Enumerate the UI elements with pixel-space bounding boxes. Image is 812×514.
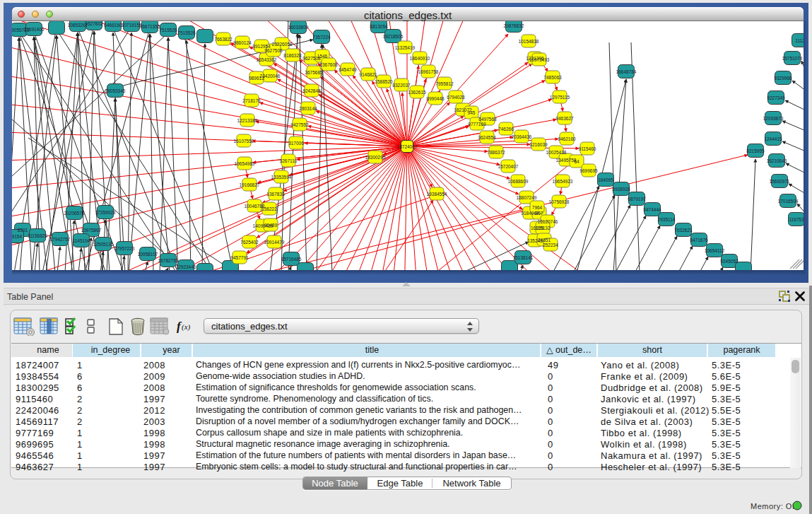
svg-text:16033809: 16033809 [288,25,309,30]
svg-text:12093873: 12093873 [763,116,784,121]
svg-text:9115460: 9115460 [579,146,596,151]
svg-text:8501: 8501 [18,228,28,233]
svg-text:16961758: 16961758 [418,69,439,74]
svg-text:1145194: 1145194 [73,238,90,243]
svg-text:20364436: 20364436 [512,134,532,139]
svg-text:9227349: 9227349 [767,95,785,100]
svg-text:7663822: 7663822 [214,37,233,42]
svg-text:16210643: 16210643 [767,158,787,163]
svg-text:7485063: 7485063 [543,75,562,80]
svg-text:20206576: 20206576 [64,211,85,216]
svg-text:7032621: 7032621 [674,228,693,233]
svg-text:12923446: 12923446 [176,264,196,269]
svg-text:9777169: 9777169 [468,122,486,127]
svg-text:8990448: 8990448 [426,96,445,101]
svg-text:6216039: 6216039 [529,142,548,147]
svg-text:17359928: 17359928 [95,210,116,215]
svg-text:7515526: 7515526 [177,30,196,35]
svg-text:7357224: 7357224 [312,35,331,40]
svg-text:1367833: 1367833 [266,192,285,197]
svg-text:8471676: 8471676 [690,238,708,243]
svg-text:3675685: 3675685 [305,70,323,75]
svg-text:1588520: 1588520 [375,79,393,84]
svg-text:19654923: 19654923 [553,179,573,184]
svg-text:2367608: 2367608 [319,62,338,67]
svg-text:18300295: 18300295 [365,155,386,160]
svg-text:10973493: 10973493 [529,57,550,62]
svg-text:5938928: 5938928 [612,187,630,192]
svg-text:9457791: 9457791 [230,255,249,260]
svg-text:11325419: 11325419 [395,45,416,50]
svg-text:2935114: 2935114 [658,217,676,222]
svg-text:7886372: 7886372 [487,150,505,155]
svg-text:115132: 115132 [535,226,551,230]
svg-text:8186328: 8186328 [283,53,302,58]
svg-text:9146821: 9146821 [359,72,377,77]
svg-text:17016504: 17016504 [778,199,799,204]
svg-text:16107552: 16107552 [234,139,254,144]
svg-text:2718176: 2718176 [242,98,261,103]
svg-text:18807249: 18807249 [517,195,537,200]
svg-text:7515526: 7515526 [159,28,177,33]
svg-text:1112: 1112 [795,38,804,43]
svg-text:15136141: 15136141 [513,255,534,260]
svg-text:17957223: 17957223 [114,246,135,251]
svg-text:9462160: 9462160 [558,136,576,141]
svg-text:16782759: 16782759 [158,258,179,263]
svg-text:989612: 989612 [249,76,264,81]
svg-text:10719155: 10719155 [122,23,142,28]
svg-text:10688609: 10688609 [508,179,529,184]
svg-text:8322037: 8322037 [392,83,411,88]
svg-text:7964: 7964 [532,205,543,210]
svg-text:2803144: 2803144 [299,106,317,111]
svg-text:23226058: 23226058 [272,42,293,47]
svg-text:7625402: 7625402 [240,240,259,245]
svg-text:20691406: 20691406 [24,27,45,32]
svg-text:64: 64 [574,159,579,164]
svg-text:15692971: 15692971 [770,179,790,184]
svg-text:8813054: 8813054 [370,24,388,29]
svg-text:116753: 116753 [789,217,804,222]
svg-text:19218506: 19218506 [383,34,404,39]
svg-text:1546: 1546 [317,54,328,59]
svg-text:19654983: 19654983 [235,161,255,166]
svg-text:17942757: 17942757 [50,237,71,242]
svg-text:12975115: 12975115 [550,95,570,100]
svg-text:18640910: 18640910 [410,56,430,61]
svg-text:9699695: 9699695 [579,168,598,173]
svg-text:13353594: 13353594 [271,175,292,180]
svg-text:10914479: 10914479 [264,240,285,245]
svg-text:9242848: 9242848 [302,88,321,93]
svg-text:20876832: 20876832 [504,23,524,28]
svg-text:6497568: 6497568 [478,117,497,122]
svg-text:15720407: 15720407 [498,164,519,169]
svg-text:11156829: 11156829 [28,233,47,238]
svg-text:6794028: 6794028 [447,95,465,100]
svg-text:317006: 317006 [288,141,304,146]
svg-text:16671355: 16671355 [140,24,160,29]
svg-text:867: 867 [536,211,543,216]
svg-text:8215955: 8215955 [746,148,765,153]
svg-text:9427552: 9427552 [290,122,309,127]
svg-text:90489: 90489 [264,223,277,228]
svg-text:12505135: 12505135 [93,242,114,247]
svg-text:3624554: 3624554 [478,135,496,140]
svg-text:16648784: 16648784 [616,69,637,74]
svg-text:1362615: 1362615 [408,90,426,95]
svg-text:28053346: 28053346 [105,88,126,93]
svg-text:252234: 252234 [543,243,558,247]
svg-text:10756928: 10756928 [549,199,570,204]
svg-text:158222: 158222 [261,206,277,211]
svg-text:8454749: 8454749 [339,67,357,72]
svg-text:746266: 746266 [498,127,514,132]
svg-text:164095: 164095 [598,177,613,182]
svg-text:16543362: 16543362 [257,57,277,62]
svg-text:9474444: 9474444 [643,207,661,212]
svg-text:19166827: 19166827 [240,182,260,187]
svg-text:10025438: 10025438 [546,150,567,155]
svg-text:9463627: 9463627 [555,116,574,121]
svg-text:15751074: 15751074 [782,56,803,61]
svg-text:39154: 39154 [12,234,22,239]
svg-text:13975867: 13975867 [81,228,102,233]
svg-text:18724007: 18724007 [397,144,418,149]
